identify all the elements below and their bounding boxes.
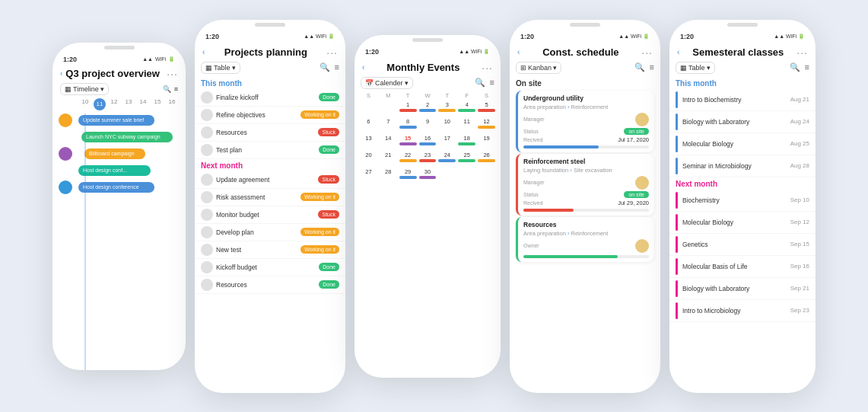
p5-content: This month Intro to Biochemistry Aug 21 … [669,77,816,393]
class-name: Molecular Basis of Life [682,263,790,270]
calendar-view-select[interactable]: 📅 Calender ▾ [361,77,413,89]
task-avatar [201,91,213,104]
search-icon-5[interactable]: 🔍 [790,62,800,72]
section-dot [676,158,678,174]
cal-week: 12345 [359,101,496,116]
status-bar-3: 1:20 ▲▲ WiFi 🔋 [355,43,501,57]
cal-event [399,109,417,112]
p4-toolbar: ⊞ Kanban ▾ 🔍 ≡ [510,60,660,77]
next-month-tasks: Update agreementStuckRisk assessmentWork… [195,171,345,294]
task-name: Test plan [216,146,316,154]
class-name: Molecular Biology [682,219,790,226]
avatar-5 [59,180,72,194]
kanban-icon: ⊞ [520,64,526,72]
kanban-view-select[interactable]: ⊞ Kanban ▾ [516,62,561,74]
status-badge: Stuck [318,128,339,136]
section-dot [676,236,678,253]
p1-header: ‹ Q3 project overview ··· [52,65,186,83]
p5-toolbar: ▦ Table ▾ 🔍 ≡ [669,60,816,77]
tl-row-1: Update summer sale brief [59,113,180,127]
bar-2: Launch NYC subway campaign [81,132,173,142]
back-icon-5[interactable]: ‹ [677,48,679,56]
cal-day-header: S [359,92,378,99]
cal-event [458,159,475,162]
toolbar-icons-2: 🔍 ≡ [320,62,339,72]
cal-cell: 5 [477,101,496,116]
filter-icon-4[interactable]: ≡ [650,62,654,72]
card-status-row: Status on site [523,191,649,198]
phone-4: 1:20 ▲▲ WiFi 🔋 ‹ Const. schedule ··· ⊞ K… [510,20,660,393]
search-icon-1[interactable]: 🔍 [163,85,171,93]
card-subtitle: Area preparation › Reinforcement [523,104,649,110]
cal-cell: 4 [457,101,476,116]
class-name: Molecular Biology [682,140,790,148]
this-month-title-2: This month [195,77,345,89]
next-month-title-5: Next month [669,177,816,190]
more-menu-5[interactable]: ··· [796,46,808,59]
filter-icon-2[interactable]: ≡ [335,62,339,72]
search-icon-4[interactable]: 🔍 [634,62,645,72]
board-card: Resources Area preparation › Reinforceme… [516,217,654,262]
section-dot [676,258,678,275]
cal-cell: 24 [437,151,456,166]
cal-event [399,142,417,145]
status-icons-5: ▲▲ WiFi 🔋 [774,34,805,40]
calendar-grid: SMTWTFS123456789101112131415161718192021… [355,91,501,378]
task-row: ResourcesStuck [195,124,345,142]
task-name: Update agreement [216,176,315,184]
more-menu-2[interactable]: ··· [326,46,338,59]
task-name: Finalize kickoff [216,94,316,101]
time-3: 1:20 [365,48,379,56]
back-icon-1[interactable]: ‹ [60,69,62,78]
cal-cell [379,101,398,116]
status-badge: Done [319,280,339,289]
card-avatar [635,176,649,190]
status-badge: Working on it [300,245,339,254]
toolbar-icons-4: 🔍 ≡ [634,62,654,72]
timeline-view-select[interactable]: ▦ Timeline ▾ [60,83,109,95]
class-row: Molecular Biology Aug 25 [669,133,816,155]
table-view-select-5[interactable]: ▦ Table ▾ [676,62,715,74]
board-card: Reinforcement steel Laying foundation › … [516,154,654,216]
table-view-select-2[interactable]: ▦ Table ▾ [201,62,240,74]
task-row: ResourcesDone [195,276,345,294]
cal-cell: 28 [379,168,398,183]
class-name: Genetics [682,241,790,248]
time-4: 1:20 [520,33,534,40]
class-date: Aug 28 [790,162,809,169]
phone-5: 1:20 ▲▲ WiFi 🔋 ‹ Semesteral classes ··· … [669,20,816,393]
p1-sub: ▦ Timeline ▾ 🔍 ≡ [52,83,186,98]
timeline-content: Update summer sale brief Launch NYC subw… [52,113,186,370]
cal-toolbar: 📅 Calender ▾ 🔍 ≡ [355,75,501,91]
more-menu-1[interactable]: ··· [167,68,178,80]
more-menu-4[interactable]: ··· [641,46,653,59]
cal-day-header: S [477,92,496,99]
next-month-title-2: Next month [195,159,345,171]
task-row: Develop planWorking on it [195,224,345,241]
cal-cell: 1 [399,101,418,116]
cal-event [478,109,495,112]
cal-cell: 20 [359,151,378,166]
search-icon-2[interactable]: 🔍 [320,62,330,72]
back-icon-2[interactable]: ‹ [202,48,205,56]
p4-content: Underground utility Area preparation › R… [510,89,660,393]
status-bar-4: 1:20 ▲▲ WiFi 🔋 [510,28,660,42]
status-icons-3: ▲▲ WiFi 🔋 [459,49,490,55]
filter-icon-3[interactable]: ≡ [490,78,494,88]
cal-cell: 2 [418,101,437,116]
filter-icon-5[interactable]: ≡ [805,62,809,72]
task-avatar [201,191,213,203]
cal-day-header: W [418,92,437,99]
cal-cell: 6 [359,117,378,133]
task-row: Risk assessmentWorking on it [195,189,345,206]
cal-event [438,109,456,112]
filter-icon-1[interactable]: ≡ [174,85,178,93]
cal-event [438,159,456,162]
bar-4: Host design conf... [78,165,151,176]
task-name: Resources [216,281,316,289]
timeline-icon: ▦ [65,85,72,93]
task-avatar [201,174,213,186]
search-icon-3[interactable]: 🔍 [475,78,485,88]
task-name: Monitor budget [216,211,315,219]
more-menu-3[interactable]: ··· [482,62,493,74]
